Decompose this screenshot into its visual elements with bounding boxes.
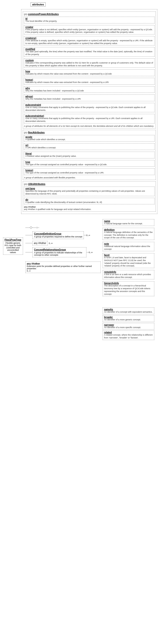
common-power-attributes-title: commonPowerAttributes [28,13,59,16]
prop-hierarchyinfo: hierarchyInfo The description of a conce… [103,281,154,296]
field-howuri-desc: Indicates by which means the value was e… [25,81,153,84]
field-pubconstraint-desc: One or many constraints that apply to pu… [25,106,153,112]
field-whyuri-name: whyuri [25,95,33,98]
field-modified-desc: The date (and optionally, the time) when… [25,50,153,56]
any-other-2-box: any ##other Extension point for provider… [25,262,101,273]
field-how: how Indicates by which means the value w… [24,69,154,76]
common-power-attributes-group: grp commonPowerAttributes id The local i… [23,12,156,128]
flex-attributes-group: grp flexAttributes qcode A qualified cod… [23,130,156,180]
prop-name: name A natural language name for the con… [103,219,154,226]
field-typeuri-name: typeuri [25,169,33,172]
i18n-fields-container: xml:lang Specifies the language of this … [24,186,154,205]
prop-remoteinfo-desc: A link to an item or a web resource whic… [104,273,153,279]
field-dir-name: dir [25,198,28,201]
field-modified-name: modified [25,48,35,50]
concept-def-group-desc: A group of properties required to define… [34,236,82,238]
field-creator: creator If the property value is not def… [24,25,154,34]
concept-def-group-box: ConceptDefinitionGroup A group of proper… [32,231,84,239]
field-creatoruri-desc: If the attribute is empty, specifies whi… [25,39,153,45]
prop-hierarchyinfo-label: hierarchyInfo [104,282,119,284]
i18n-other: any ##other any ##other A qualified code… [24,206,154,210]
field-uri: uri A URI which identifies a concept. [24,143,154,150]
field-literal-name: literal [25,152,32,155]
field-literal: literal A freetext value assigned as the… [24,152,154,158]
field-why-desc: Why the metadata has been included - exp… [25,90,153,92]
field-xmllang-name: xml:lang [25,187,35,190]
any-other-1-label: any ##other [34,242,46,244]
field-creator-name: creator [25,26,33,28]
attributes-outer-box: grp commonPowerAttributes id The local i… [21,9,157,214]
field-why: why Why the metadata has been included -… [24,86,154,93]
prop-note-desc: Additional natural language information … [104,245,153,250]
prop-sameas-desc: An identifier of a concept with equivale… [104,311,153,314]
field-dir: dir A qualifier code identifying the dir… [24,198,154,204]
prop-definition-desc: A natural language definition of the sem… [104,231,153,239]
field-modified: modified The date (and optionally, the t… [24,47,154,56]
field-qcode: qcode A qualified code which identifies … [24,135,154,142]
prop-definition-label: definition [104,228,115,231]
field-type: type The type of the concept assigned as… [24,160,154,167]
prop-name-desc: A natural language name for the concept. [104,222,153,225]
flex-attributes-title: flexAttributes [28,131,45,134]
flex1proptype-desc: Flexible generic PCL-type for both contr… [4,242,22,254]
field-pubconstrainturi: pubconstrainturi One or many constraints… [24,114,154,123]
field-id: id The local identifier of the property. [24,17,154,24]
field-xmllang: xml:lang Specifies the language of this … [24,186,154,196]
i18n-attributes-title: i18nAttributes [28,182,45,185]
prop-note-label: note [104,242,109,245]
concept-def-multiplicity: 0..∞ [86,234,90,236]
prop-broader-desc: An identifier of a more generic concept. [104,318,153,321]
field-howuri: howuri Indicates by which means the valu… [24,78,154,84]
field-qcode-desc: A qualified code which identifies a conc… [25,138,153,141]
field-creator-desc: If the property value is not defined, sp… [25,28,153,34]
prop-related-label: related [104,331,112,334]
grp-label-flex: grp [24,131,28,134]
any-other-1-box: any ##other [32,241,48,245]
prop-definition: definition A natural language definition… [103,228,154,240]
field-pubconstraint: pubconstraint One or many constraints th… [24,103,154,112]
flex1proptype-box: Flex1PropType Flexible generic PCL-type … [3,238,23,255]
field-how-desc: Indicates by which means the value was e… [25,73,153,76]
attributes-title: attributes [31,2,46,6]
common-fields-container: id The local identifier of the property.… [24,16,154,124]
prop-hierarchyinfo-desc: The description of a concept in a hierar… [104,284,153,296]
field-typeuri: typeuri The type of the concept assigned… [24,168,154,175]
prop-name-label: name [104,220,110,222]
field-xmllang-desc: Specifies the language of this property … [25,190,153,195]
prop-note: note Additional natural language informa… [103,242,154,251]
prop-facet-label: facet [104,254,109,256]
prop-narrower: narrower An identifier of a more specifi… [103,323,154,330]
field-literal-desc: A freetext value assigned as the (main) … [25,155,153,158]
field-why-name: why [25,87,30,90]
field-id-desc: The local identifier of the property. [25,20,153,23]
any-other-2-label: any ##other [27,262,99,265]
field-custom-name: custom [25,59,34,62]
prop-related: related A related concept, where the rel… [103,330,154,340]
field-type-desc: The type of the concept assigned as cont… [25,163,153,166]
field-type-name: type [25,161,30,163]
field-id-name: id [25,17,28,20]
field-dir-desc: A qualifier code identifying the directi… [25,201,153,204]
any-other-2-desc: Extension point for provider-defined pro… [27,265,99,270]
prop-remoteinfo-label: remoteInfo [104,271,116,273]
prop-related-desc: A related concept, where the relationshi… [104,334,153,339]
concept-def-group-title: ConceptDefinitionGroup [34,232,82,235]
relationships-section: sameAs An identifier of a concept with e… [103,307,157,340]
diagram-container: attributes grp commonPowerAttributes id … [0,0,159,343]
field-howuri-name: howuri [25,78,33,81]
concept-rel-group-desc: A group of properties to indicate relati… [34,252,85,256]
grp-label-common: grp [24,13,28,16]
field-custom: custom Indicates if the corresponding pr… [24,58,154,68]
prop-narrower-label: narrower [104,324,114,326]
field-qcode-name: qcode [25,136,32,138]
prop-sameas-label: sameAs [104,308,113,311]
field-uri-desc: A URI which identifies a concept. [25,146,153,149]
i18n-group-note: any ##other A qualified code for languag… [24,208,91,210]
field-custom-desc: Indicates if the corresponding property … [25,62,153,67]
grp-label-i18n: grp [24,183,28,185]
concept-rel-group-title: ConceptRelationshipsGroup [34,248,85,251]
flex-fields-container: qcode A qualified code which identifies … [24,134,154,176]
concept-rel-multiplicity: 0..∞ [89,251,93,254]
field-typeuri-desc: The type of the concept assigned as cont… [25,172,153,174]
flex-group-note: A group of attributes associated with fl… [24,176,154,179]
